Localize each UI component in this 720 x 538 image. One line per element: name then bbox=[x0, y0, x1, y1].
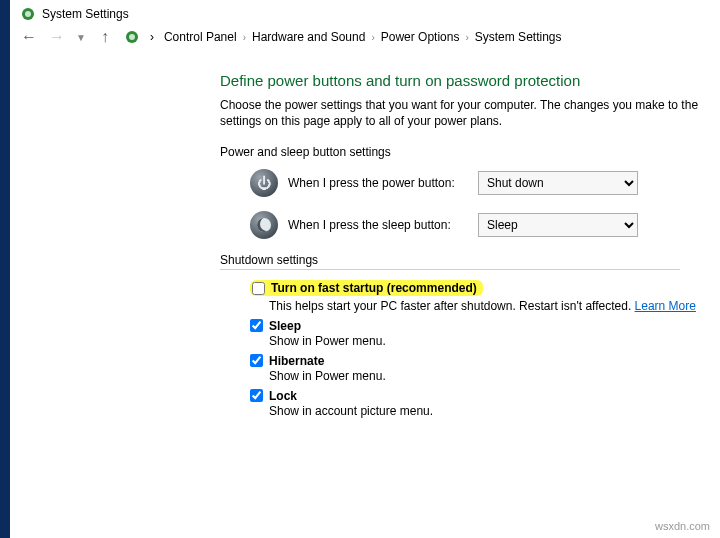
sleep-checkbox[interactable] bbox=[250, 319, 263, 332]
power-button-select[interactable]: Shut down bbox=[478, 171, 638, 195]
fast-startup-checkbox[interactable] bbox=[252, 282, 265, 295]
sleep-icon bbox=[250, 211, 278, 239]
forward-button[interactable]: → bbox=[48, 28, 66, 46]
shutdown-heading: Shutdown settings bbox=[220, 253, 680, 270]
page-title: Define power buttons and turn on passwor… bbox=[220, 72, 720, 89]
up-button[interactable]: ↑ bbox=[96, 28, 114, 46]
hibernate-checkbox[interactable] bbox=[250, 354, 263, 367]
svg-point-3 bbox=[129, 34, 135, 40]
page-description: Choose the power settings that you want … bbox=[220, 97, 720, 129]
power-button-label: When I press the power button: bbox=[288, 176, 468, 190]
sleep-button-label: When I press the sleep button: bbox=[288, 218, 468, 232]
svg-point-1 bbox=[25, 11, 31, 17]
breadcrumb-item[interactable]: System Settings bbox=[475, 30, 562, 44]
breadcrumb-item[interactable]: Control Panel bbox=[164, 30, 237, 44]
sleep-button-select[interactable]: Sleep bbox=[478, 213, 638, 237]
fast-startup-label: Turn on fast startup (recommended) bbox=[271, 281, 477, 295]
chevron-right-icon: › bbox=[150, 30, 154, 44]
watermark: wsxdn.com bbox=[655, 520, 710, 532]
hibernate-sub: Show in Power menu. bbox=[269, 369, 720, 383]
sleep-sub: Show in Power menu. bbox=[269, 334, 720, 348]
lock-label: Lock bbox=[269, 389, 297, 403]
sleep-label: Sleep bbox=[269, 319, 301, 333]
power-options-icon bbox=[20, 6, 36, 22]
location-icon bbox=[124, 29, 140, 45]
lock-sub: Show in account picture menu. bbox=[269, 404, 720, 418]
learn-more-link[interactable]: Learn More bbox=[635, 299, 696, 313]
button-settings-heading: Power and sleep button settings bbox=[220, 145, 720, 159]
back-button[interactable]: ← bbox=[20, 28, 38, 46]
power-icon: ⏻ bbox=[250, 169, 278, 197]
highlight-marker: Turn on fast startup (recommended) bbox=[250, 280, 483, 296]
fast-startup-item: Turn on fast startup (recommended) This … bbox=[250, 280, 720, 313]
hibernate-item: Hibernate Show in Power menu. bbox=[250, 354, 720, 383]
fast-startup-sub: This helps start your PC faster after sh… bbox=[269, 299, 720, 313]
recent-dropdown[interactable]: ▼ bbox=[76, 32, 86, 43]
chevron-right-icon: › bbox=[371, 32, 374, 43]
breadcrumb: Control Panel › Hardware and Sound › Pow… bbox=[164, 30, 562, 44]
breadcrumb-item[interactable]: Hardware and Sound bbox=[252, 30, 365, 44]
breadcrumb-item[interactable]: Power Options bbox=[381, 30, 460, 44]
hibernate-label: Hibernate bbox=[269, 354, 324, 368]
sleep-button-row: When I press the sleep button: Sleep bbox=[250, 211, 720, 239]
lock-checkbox[interactable] bbox=[250, 389, 263, 402]
lock-item: Lock Show in account picture menu. bbox=[250, 389, 720, 418]
chevron-right-icon: › bbox=[465, 32, 468, 43]
sleep-item: Sleep Show in Power menu. bbox=[250, 319, 720, 348]
power-button-row: ⏻ When I press the power button: Shut do… bbox=[250, 169, 720, 197]
chevron-right-icon: › bbox=[243, 32, 246, 43]
window-title: System Settings bbox=[42, 7, 129, 21]
